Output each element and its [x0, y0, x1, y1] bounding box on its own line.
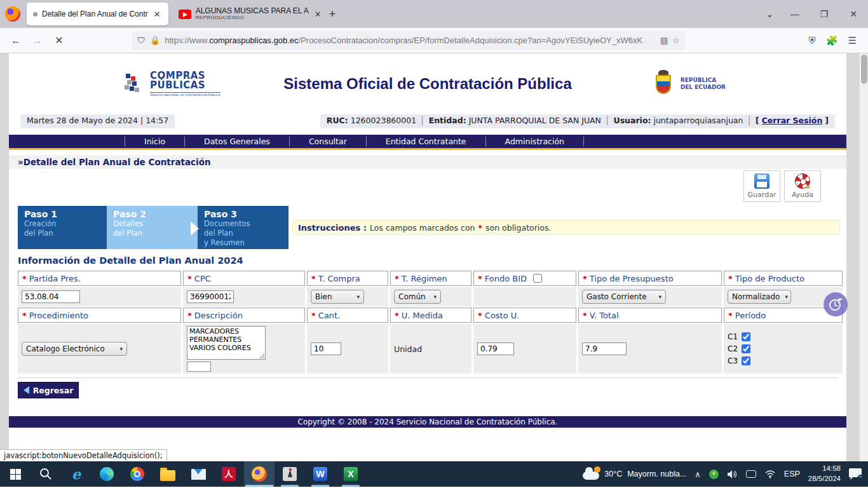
bookmark-star-icon[interactable]: ☆ — [672, 36, 680, 45]
required-mark: * — [728, 274, 733, 283]
firefox-logo-icon[interactable] — [5, 6, 20, 22]
descripcion-textarea[interactable]: MARCADORES PERMANENTES VARIOS COLORES — [187, 326, 266, 360]
notification-center-icon[interactable]: 3 — [849, 468, 862, 480]
internet-explorer-button[interactable]: e — [61, 461, 92, 487]
excel-button[interactable]: X — [336, 461, 366, 487]
menu-item-consultar[interactable]: Consultar — [290, 137, 367, 147]
tab-plan-anual[interactable]: Detalle del Plan Anual de Contr ✕ — [27, 3, 168, 25]
url-path: /ProcesoContratacion/compras/EP/formDeta… — [299, 36, 643, 45]
menu-item-administracion[interactable]: Administración — [486, 137, 584, 147]
tab-youtube[interactable]: ALGUNAS MUSICAS PARA EL A REPRODUCIENDO … — [172, 3, 322, 25]
step-1-line1: Creación — [24, 219, 100, 229]
vertical-scrollbar[interactable] — [859, 53, 868, 461]
folder-icon — [160, 470, 175, 481]
tray-date: 28/5/2024 — [808, 474, 841, 484]
back-arrow-icon — [24, 386, 29, 394]
selected-value: Bien — [315, 292, 332, 301]
file-explorer-button[interactable] — [153, 461, 183, 487]
extensions-icon[interactable]: 🧩 — [826, 35, 838, 46]
procedimiento-select[interactable]: Catalogo Electrónico▾ — [22, 342, 127, 356]
cast-display-icon[interactable] — [746, 470, 756, 478]
descripcion-extra-input[interactable] — [187, 362, 211, 372]
tregimen-select[interactable]: Común▾ — [394, 290, 441, 304]
breadcrumb-band: »Detalle del Plan Anual de Contratación — [9, 155, 846, 169]
periodo-c2-checkbox[interactable] — [742, 344, 750, 353]
window-minimize-button[interactable]: — — [780, 0, 810, 28]
floating-clock-widget[interactable] — [824, 292, 848, 316]
menu-item-entidad-contratante[interactable]: Entidad Contratante — [367, 137, 486, 147]
forward-button[interactable]: → — [28, 31, 47, 50]
regresar-button[interactable]: Regresar — [18, 382, 79, 398]
url-bar[interactable]: 🛡 🔒 https://www.compraspublicas.gob.ec/P… — [132, 31, 685, 50]
required-mark: * — [395, 311, 399, 320]
hamburger-menu-icon[interactable]: ☰ — [848, 35, 857, 46]
start-button[interactable] — [0, 461, 31, 487]
edge-icon — [100, 467, 114, 481]
mail-icon — [191, 469, 206, 480]
keyboard-language[interactable]: ESP — [784, 470, 800, 478]
back-button[interactable]: ← — [6, 31, 25, 50]
periodo-c1-checkbox[interactable] — [742, 332, 750, 341]
search-button[interactable] — [31, 461, 61, 487]
weather-widget[interactable]: 30°C Mayorm. nubla... — [583, 468, 686, 480]
cell-periodo: C1 C2 C3 — [724, 324, 843, 374]
partida-input[interactable] — [22, 290, 80, 303]
header-label: Descripción — [194, 311, 243, 320]
browser-tab-bar: Detalle del Plan Anual de Contr ✕ ALGUNA… — [0, 0, 868, 28]
step-2-active: Paso 2 Detalles del Plan — [107, 206, 198, 249]
chevron-down-icon: ▾ — [356, 294, 360, 300]
session-info-bar: Martes 28 de Mayo de 2024 | 14:57 RUC: 1… — [20, 114, 835, 128]
stop-reload-button[interactable]: ✕ — [50, 31, 69, 50]
window-close-button[interactable]: ✕ — [839, 0, 868, 28]
new-tab-button[interactable]: + — [329, 8, 336, 21]
menu-item-inicio[interactable]: Inicio — [125, 137, 185, 147]
cant-input[interactable] — [311, 342, 341, 355]
guardar-button[interactable]: Guardar — [743, 170, 780, 202]
cell-tregimen: Común▾ — [390, 287, 471, 306]
url-scheme: https://www. — [165, 36, 209, 45]
tipo-presupuesto-select[interactable]: Gasto Corriente▾ — [582, 290, 666, 304]
word-button[interactable]: W — [305, 461, 336, 487]
url-text[interactable]: https://www.compraspublicas.gob.ec/Proce… — [165, 36, 656, 45]
java-app-button[interactable] — [275, 461, 305, 487]
periodo-c3-checkbox[interactable] — [742, 356, 750, 365]
reader-mode-icon[interactable]: ▤ — [660, 36, 668, 45]
entidad-label: Entidad: — [429, 116, 466, 125]
valor-total-input[interactable] — [582, 342, 627, 355]
required-mark: * — [478, 223, 482, 233]
volume-icon[interactable] — [727, 470, 738, 479]
scrollbar-thumb[interactable] — [861, 55, 867, 84]
list-tabs-icon[interactable]: ⌄ — [759, 0, 780, 28]
costo-unitario-input[interactable] — [477, 342, 514, 355]
wifi-icon[interactable] — [764, 470, 776, 478]
pocket-icon[interactable]: ⛨ — [809, 35, 816, 46]
cpc-input[interactable] — [187, 290, 234, 303]
firefox-taskbar-button[interactable] — [244, 461, 275, 487]
edge-button[interactable] — [92, 461, 122, 487]
required-mark: * — [311, 311, 316, 320]
tracking-shield-icon[interactable]: 🛡 — [137, 36, 146, 45]
antivirus-tray-icon[interactable] — [709, 470, 719, 479]
step-2-line2: del Plan — [113, 229, 191, 238]
temperature: 30°C — [604, 470, 622, 478]
menu-item-datos-generales[interactable]: Datos Generales — [185, 137, 290, 147]
tab-title: Detalle del Plan Anual de Contr — [42, 10, 148, 18]
page-favicon-icon — [33, 12, 37, 17]
tray-chevron-icon[interactable]: ∧ — [695, 470, 701, 479]
lock-icon: 🔒 — [150, 36, 160, 45]
cerrar-sesion-link[interactable]: Cerrar Sesión — [762, 116, 823, 125]
fondo-bid-checkbox[interactable] — [533, 274, 542, 283]
tcompra-select[interactable]: Bien▾ — [311, 290, 364, 304]
tab-close-icon[interactable]: ✕ — [153, 10, 162, 19]
window-restore-button[interactable]: ❐ — [810, 0, 839, 28]
clock-widget[interactable]: 14:58 28/5/2024 — [808, 464, 841, 484]
chrome-button[interactable] — [122, 461, 153, 487]
mail-button[interactable] — [183, 461, 214, 487]
tab-close-icon[interactable]: ✕ — [313, 10, 323, 19]
ayuda-button[interactable]: Ayuda — [784, 170, 821, 202]
tipo-producto-select[interactable]: Normalizado▾ — [728, 290, 791, 304]
acrobat-button[interactable]: 人 — [214, 461, 244, 487]
header-label: Tipo de Presupuesto — [590, 274, 674, 283]
section-title: Información de Detalle del Plan Anual 20… — [18, 255, 846, 267]
tab-playing-status: REPRODUCIENDO — [196, 15, 309, 21]
